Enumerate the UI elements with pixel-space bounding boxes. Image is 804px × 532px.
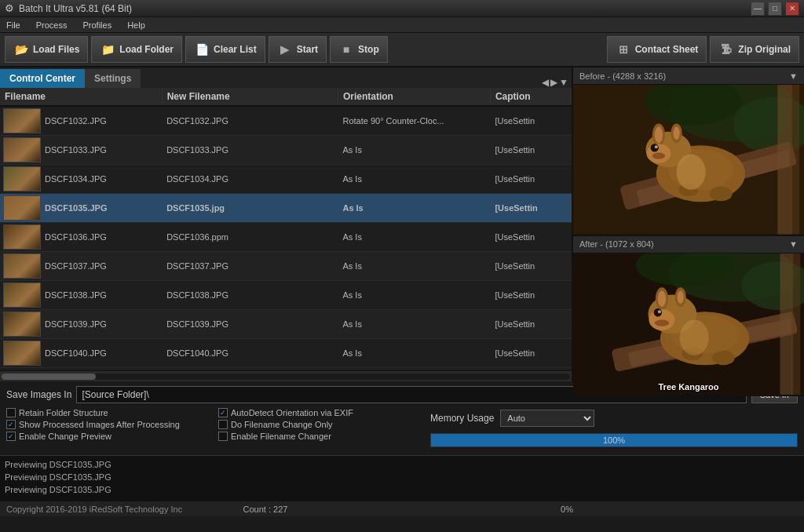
table-row[interactable]: DSCF1040.JPGDSCF1040.JPGAs Is[UseSettin <box>0 339 572 368</box>
file-thumbnail-cell: DSCF1033.JPG <box>0 136 162 164</box>
file-table[interactable]: Filename New Filename Orientation Captio… <box>0 88 572 370</box>
after-preview-image: Tree Kangaroo <box>573 253 804 395</box>
options-area: Retain Folder Structure Show Processed I… <box>6 408 798 447</box>
progress-bar: 100% <box>430 433 798 447</box>
checkbox-filename-changer[interactable] <box>218 432 228 441</box>
right-panel: Before - (4288 x 3216) ▼ <box>573 67 804 381</box>
table-row[interactable]: DSCF1039.JPGDSCF1039.JPGAs Is[UseSettin <box>0 310 572 339</box>
tab-dropdown-icon[interactable]: ▼ <box>559 77 568 88</box>
svg-rect-43 <box>791 253 800 395</box>
svg-rect-21 <box>790 85 799 235</box>
tab-control-center[interactable]: Control Center <box>0 69 85 88</box>
svg-point-19 <box>677 155 706 190</box>
thumbnail <box>3 137 41 162</box>
tab-settings[interactable]: Settings <box>85 69 141 88</box>
col-header-orientation: Orientation <box>338 88 490 106</box>
stop-button[interactable]: ■ Stop <box>330 36 388 63</box>
start-button[interactable]: ▶ Start <box>269 36 327 63</box>
filename-cell: DSCF1034.JPG <box>45 174 107 184</box>
new-filename-cell: DSCF1039.JPG <box>162 310 338 339</box>
col-header-newfilename: New Filename <box>162 88 338 106</box>
minimize-button[interactable]: — <box>751 2 765 16</box>
table-row[interactable]: DSCF1032.JPGDSCF1032.JPGRotate 90° Count… <box>0 106 572 136</box>
file-thumbnail-cell: DSCF1038.JPG <box>0 281 162 309</box>
status-count: Count : 227 <box>195 505 336 514</box>
option-autodetect: AutoDetect Orientation via EXIF <box>218 408 422 417</box>
table-row[interactable]: DSCF1034.JPGDSCF1034.JPGAs Is[UseSettin <box>0 165 572 194</box>
new-filename-cell: DSCF1033.JPG <box>162 136 338 165</box>
zip-original-button[interactable]: 🗜 Zip Original <box>710 36 799 63</box>
caption-cell: [UseSettin <box>490 223 571 252</box>
before-dropdown-icon[interactable]: ▼ <box>789 71 798 81</box>
status-progress: 0% <box>336 505 798 514</box>
svg-point-37 <box>655 319 670 326</box>
memory-label: Memory Usage <box>430 413 494 424</box>
thumbnail <box>3 195 41 220</box>
load-folder-button[interactable]: 📁 Load Folder <box>91 36 182 63</box>
file-thumbnail-cell: DSCF1035.JPG <box>0 194 162 222</box>
checkbox-filename-only[interactable] <box>218 420 228 429</box>
orientation-cell: As Is <box>338 136 490 165</box>
new-filename-cell: DSCF1034.JPG <box>162 165 338 194</box>
tab-next-icon[interactable]: ▶ <box>550 77 557 88</box>
svg-rect-42 <box>780 253 792 395</box>
thumbnail <box>3 341 41 366</box>
checkbox-change-preview[interactable] <box>6 432 16 441</box>
status-copyright: Copyright 2016-2019 iRedSoft Technology … <box>6 505 195 514</box>
load-folder-icon: 📁 <box>100 42 115 57</box>
menu-profiles[interactable]: Profiles <box>79 20 115 30</box>
file-thumbnail-cell: DSCF1032.JPG <box>0 107 162 135</box>
checkbox-autodetect[interactable] <box>218 408 228 417</box>
after-dropdown-icon[interactable]: ▼ <box>789 239 798 249</box>
table-row[interactable]: DSCF1033.JPGDSCF1033.JPGAs Is[UseSettin <box>0 136 572 165</box>
close-button[interactable]: ✕ <box>785 2 799 16</box>
orientation-cell: As Is <box>338 194 490 223</box>
titlebar: ⚙ Batch It Ultra v5.81 (64 Bit) — □ ✕ <box>0 0 804 17</box>
thumbnail <box>3 108 41 133</box>
contact-sheet-button[interactable]: ⊞ Contact Sheet <box>607 36 707 63</box>
load-files-button[interactable]: 📂 Load Files <box>5 36 88 63</box>
hscroll-track <box>2 373 570 380</box>
svg-point-41 <box>680 319 709 355</box>
clear-list-icon: 📄 <box>194 42 210 57</box>
tab-prev-icon[interactable]: ◀ <box>542 77 549 88</box>
table-row[interactable]: DSCF1037.JPGDSCF1037.JPGAs Is[UseSettin <box>0 252 572 281</box>
save-label: Save Images In <box>6 389 71 400</box>
tab-bar: Control Center Settings ◀ ▶ ▼ <box>0 67 572 88</box>
table-row[interactable]: DSCF1035.JPGDSCF1035.jpgAs Is[UseSettin <box>0 194 572 223</box>
menu-help[interactable]: Help <box>124 20 148 30</box>
menu-process[interactable]: Process <box>33 20 71 30</box>
new-filename-cell: DSCF1037.JPG <box>162 252 338 281</box>
filename-cell: DSCF1040.JPG <box>45 348 107 358</box>
filename-cell: DSCF1039.JPG <box>45 319 107 329</box>
hscroll-thumb[interactable] <box>2 373 96 380</box>
option-filename-changer-label: Enable Filename Changer <box>231 432 331 441</box>
log-line-3: Previewing DSCF1035.JPG <box>5 483 799 496</box>
log-line-1: Previewing DSCF1035.JPG <box>5 458 799 471</box>
progress-text: 100% <box>603 435 625 445</box>
checkbox-show-processed[interactable] <box>6 420 16 429</box>
before-title: Before - (4288 x 3216) <box>579 71 666 81</box>
table-row[interactable]: DSCF1038.JPGDSCF1038.JPGAs Is[UseSettin <box>0 281 572 310</box>
menubar: File Process Profiles Help <box>0 17 804 33</box>
checkbox-retain-folder[interactable] <box>6 408 16 417</box>
log-line-2: Previewing DSCF1035.JPG <box>5 471 799 483</box>
svg-point-32 <box>658 290 666 307</box>
maximize-button[interactable]: □ <box>768 2 782 16</box>
start-icon: ▶ <box>277 42 293 57</box>
orientation-cell: As Is <box>338 339 490 368</box>
svg-point-11 <box>673 127 679 140</box>
thumbnail <box>3 312 41 337</box>
thumbnail <box>3 166 41 191</box>
new-filename-cell: DSCF1035.jpg <box>162 194 338 223</box>
option-show-processed-label: Show Processed Images After Processing <box>19 420 180 429</box>
horizontal-scrollbar[interactable] <box>0 370 572 381</box>
memory-select[interactable]: Auto Low Medium High <box>500 410 594 427</box>
svg-point-33 <box>678 290 684 303</box>
table-row[interactable]: DSCF1036.JPGDSCF1036.ppmAs Is[UseSettin <box>0 223 572 252</box>
load-files-icon: 📂 <box>13 42 29 57</box>
menu-file[interactable]: File <box>3 20 24 30</box>
clear-list-button[interactable]: 📄 Clear List <box>185 36 265 63</box>
zip-icon: 🗜 <box>718 42 734 57</box>
svg-point-14 <box>655 145 658 148</box>
